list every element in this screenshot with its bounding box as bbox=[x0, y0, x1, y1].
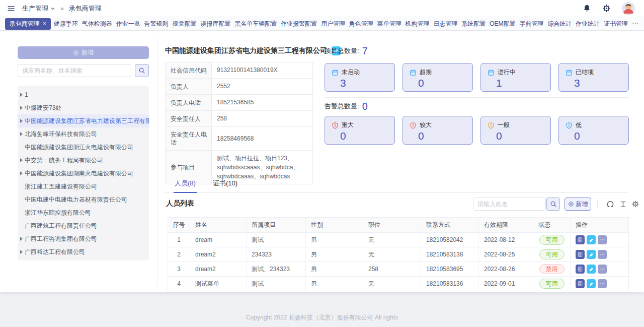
tree-item[interactable]: 浙江华东院控股有限公司 bbox=[18, 206, 149, 219]
edit-icon[interactable] bbox=[587, 235, 596, 244]
cell: 男 bbox=[306, 277, 363, 291]
tree-item[interactable]: 1 bbox=[18, 88, 149, 101]
tab-承包商管理[interactable]: 承包商管理× bbox=[5, 18, 51, 30]
refresh-icon[interactable] bbox=[605, 199, 616, 210]
view-detail-icon[interactable] bbox=[576, 235, 585, 244]
detail-tab-人员(8)[interactable]: 人员(8) bbox=[174, 177, 197, 193]
tab-角色管理[interactable]: 角色管理 bbox=[348, 18, 374, 30]
tab-OEM配置[interactable]: OEM配置 bbox=[489, 18, 516, 30]
stat-card-head: 一般 bbox=[488, 121, 550, 129]
personnel-search-button[interactable] bbox=[546, 198, 560, 211]
tab-作业一览[interactable]: 作业一览 bbox=[115, 18, 141, 30]
module-menu-label: 生产管理 bbox=[22, 4, 48, 13]
tree-item[interactable]: 中国电建中电建电力器材有限责任公司 bbox=[18, 193, 149, 206]
more-actions-icon[interactable] bbox=[598, 279, 607, 288]
edit-icon[interactable] bbox=[587, 250, 596, 259]
cell-operations bbox=[571, 247, 629, 262]
settings-gear-icon[interactable] bbox=[602, 4, 611, 13]
tree-item[interactable]: 中国能源建设集团浙江火电建设有限公司 bbox=[18, 141, 149, 154]
supplier-search-input[interactable] bbox=[18, 64, 131, 77]
tree-item[interactable]: 北海鱼峰环保科技有限公司 bbox=[18, 127, 149, 141]
table-header-row: 序号姓名所属项目性别职位联系方式有效期限状态操作 bbox=[168, 218, 628, 233]
project-total-label: 项目总数量: bbox=[325, 46, 359, 55]
sidebar-add-button[interactable]: 新增 bbox=[18, 46, 149, 59]
caret-right-icon[interactable] bbox=[20, 106, 23, 110]
detail-tab-证书(10)[interactable]: 证书(10) bbox=[212, 177, 238, 192]
tree-item-label: 中国能源建设集团湖南火电建设有限公司 bbox=[25, 169, 133, 178]
breadcrumb: 承包商管理 bbox=[69, 4, 102, 13]
column-header-职位: 职位 bbox=[363, 218, 421, 233]
tree-item[interactable]: 中国能源建设集团湖南火电建设有限公司 bbox=[18, 167, 149, 180]
view-detail-icon[interactable] bbox=[576, 279, 585, 288]
tree-item[interactable]: 中国能源建设集团江苏省电力建设第三工程有限公司 bbox=[18, 114, 149, 127]
stat-card-value: 0 bbox=[496, 130, 550, 142]
view-detail-icon[interactable] bbox=[576, 265, 585, 274]
edit-icon[interactable] bbox=[587, 279, 596, 288]
view-detail-icon[interactable] bbox=[576, 250, 585, 259]
tab-告警规则[interactable]: 告警规则 bbox=[143, 18, 170, 30]
tab-作业统计[interactable]: 作业统计 bbox=[575, 18, 601, 30]
tab-字典管理[interactable]: 字典管理 bbox=[518, 18, 544, 30]
table-row: 4测试菜单测试男无182105831362022-09-01可用 bbox=[168, 277, 628, 291]
project-total-line: 项目总数量: 7 bbox=[325, 46, 368, 55]
stat-card-value: 3 bbox=[340, 78, 394, 89]
alert-shield-icon bbox=[410, 122, 417, 129]
add-personnel-button[interactable]: 新增 bbox=[565, 198, 591, 211]
cell: 2022-09-01 bbox=[479, 277, 533, 291]
tree-item[interactable]: 浙江建工五建建设有限公司 bbox=[18, 180, 149, 193]
tab-label: 气体检测器 bbox=[82, 20, 112, 27]
cell: 2022-08-25 bbox=[479, 247, 533, 262]
tree-item-label: 广西工程咨询集团有限公司 bbox=[25, 235, 97, 243]
tab-用户管理[interactable]: 用户管理 bbox=[320, 18, 346, 30]
tab-系统配置[interactable]: 系统配置 bbox=[460, 18, 487, 30]
tab-视觉配置[interactable]: 视觉配置 bbox=[171, 18, 197, 30]
tree-item[interactable]: 中交第一航务工程局有限公司 bbox=[18, 154, 149, 167]
cell-operations bbox=[571, 233, 629, 247]
tab-证书管理[interactable]: 证书管理 bbox=[603, 18, 629, 30]
tab-误报库配置[interactable]: 误报库配置 bbox=[199, 18, 231, 30]
module-menu[interactable]: 生产管理 bbox=[22, 4, 55, 13]
more-actions-icon[interactable] bbox=[598, 265, 607, 274]
tab-健康手环[interactable]: 健康手环 bbox=[53, 18, 79, 30]
field-value: 18258469568 bbox=[212, 127, 312, 150]
caret-right-icon[interactable] bbox=[20, 250, 23, 254]
tree-item[interactable]: 中煤建安73处 bbox=[18, 101, 149, 114]
alert-shield-icon bbox=[488, 122, 495, 129]
notification-bell-icon[interactable] bbox=[583, 4, 591, 13]
close-icon[interactable]: × bbox=[43, 20, 46, 27]
field-label: 社会信用代码 bbox=[166, 62, 212, 78]
alert-shield-icon bbox=[566, 122, 573, 129]
caret-right-icon[interactable] bbox=[20, 158, 23, 162]
supplier-search-button[interactable] bbox=[135, 64, 149, 77]
tree-item[interactable]: 广西工程咨询集团有限公司 bbox=[18, 232, 149, 245]
more-actions-icon[interactable] bbox=[598, 235, 607, 244]
tabs-more-button[interactable]: ⋯ bbox=[632, 19, 639, 27]
caret-right-icon[interactable] bbox=[20, 171, 23, 175]
caret-right-icon[interactable] bbox=[20, 132, 23, 136]
personnel-search-input[interactable] bbox=[473, 198, 546, 211]
tab-气体检测器[interactable]: 气体检测器 bbox=[81, 18, 113, 30]
tab-日志管理[interactable]: 日志管理 bbox=[432, 18, 458, 30]
collapse-menu-icon[interactable] bbox=[7, 5, 15, 13]
caret-right-icon[interactable] bbox=[20, 237, 23, 241]
company-name: 中国能源建设集团江苏省电力建设第三工程有限公司 bbox=[165, 46, 327, 55]
more-actions-icon[interactable] bbox=[598, 250, 607, 259]
table-row: 3dream2测试、234323男258182105836952022-08-2… bbox=[168, 262, 628, 277]
tree-item[interactable]: 广西建筑工程有限责任公司 bbox=[18, 219, 149, 232]
user-avatar[interactable] bbox=[622, 2, 635, 15]
cell-status: 禁用 bbox=[533, 262, 571, 277]
table-settings-gear-icon[interactable] bbox=[630, 199, 641, 210]
row-height-icon[interactable] bbox=[617, 199, 628, 210]
calendar-icon bbox=[410, 69, 417, 76]
tab-综合统计[interactable]: 综合统计 bbox=[546, 18, 573, 30]
tab-黑名单车辆配置[interactable]: 黑名单车辆配置 bbox=[233, 18, 278, 30]
tab-机构管理[interactable]: 机构管理 bbox=[405, 18, 431, 30]
tree-item[interactable]: 广西裕达工程有限公司 bbox=[18, 245, 149, 258]
tab-菜单管理[interactable]: 菜单管理 bbox=[376, 18, 403, 30]
tree-item-label: 中煤建安73处 bbox=[25, 104, 61, 112]
caret-right-icon[interactable] bbox=[20, 119, 23, 123]
caret-right-icon[interactable] bbox=[20, 93, 23, 97]
tab-作业报警配置[interactable]: 作业报警配置 bbox=[280, 18, 318, 30]
section-divider bbox=[325, 97, 629, 98]
edit-icon[interactable] bbox=[587, 265, 596, 274]
